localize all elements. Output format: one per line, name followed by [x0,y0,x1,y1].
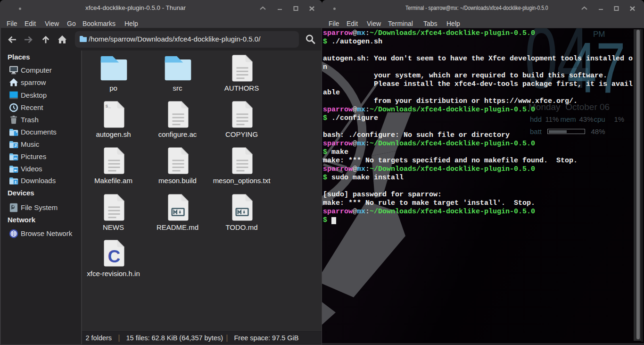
svg-text:$_: $_ [105,104,111,109]
svg-text:C: C [107,247,120,266]
